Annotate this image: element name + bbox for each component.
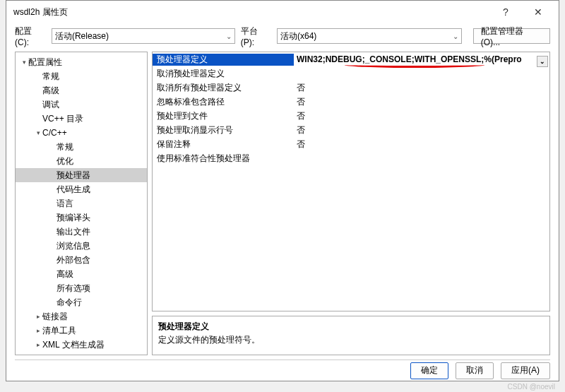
tree-item-label: 链接器 [42,311,68,323]
tree-item[interactable]: 代码生成 [16,182,147,196]
watermark: CSDN @noevil [508,383,555,391]
property-name: 取消所有预处理器定义 [153,82,294,94]
tree-item-label: 语言 [56,198,73,210]
property-value[interactable]: WIN32;NDEBUG;_CONSOLE;WITH_OPENSSL;%(Pre… [294,54,549,64]
tree-view[interactable]: ▾配置属性常规高级调试VC++ 目录▾C/C++常规优化预处理器代码生成语言预编… [15,52,148,355]
expand-collapse-icon[interactable]: ▾ [34,129,42,136]
property-name: 取消预处理器定义 [153,68,294,80]
tree-item[interactable]: 命令行 [16,295,147,309]
config-label: 配置(C): [15,25,46,47]
dropdown-button[interactable]: ⌄ [537,56,548,67]
tree-item[interactable]: ▾C/C++ [16,126,147,140]
dialog-body: ▾配置属性常规高级调试VC++ 目录▾C/C++常规优化预处理器代码生成语言预编… [6,46,559,355]
tree-item-label: XML 文档生成器 [42,339,105,351]
tree-item-label: 高级 [42,85,59,97]
tree-item-label: 优化 [56,155,73,167]
tree-item[interactable]: 调试 [16,97,147,112]
property-name: 忽略标准包含路径 [153,96,294,108]
platform-label: 平台(P): [241,25,271,47]
tree-item-label: 输出文件 [56,226,90,238]
right-pane: 预处理器定义WIN32;NDEBUG;_CONSOLE;WITH_OPENSSL… [152,52,550,355]
property-value[interactable]: 否 [294,96,549,108]
property-page-dialog: wsdl2h 属性页 ? ✕ 配置(C): 活动(Release) ⌄ 平台(P… [6,0,559,381]
property-name: 预处理取消显示行号 [153,124,294,136]
expand-icon[interactable]: ▸ [34,327,42,334]
property-row[interactable]: 取消所有预处理器定义否 [153,81,549,95]
tree-item-label: 常规 [42,71,59,83]
tree-item-label: 配置属性 [28,57,62,69]
tree-item[interactable]: 优化 [16,154,147,168]
tree-item[interactable]: 外部包含 [16,253,147,267]
platform-combo[interactable]: 活动(x64) ⌄ [277,28,462,44]
property-row[interactable]: 预处理器定义WIN32;NDEBUG;_CONSOLE;WITH_OPENSSL… [153,52,549,66]
property-name: 预处理到文件 [153,110,294,122]
tree-item-label: 高级 [56,268,73,280]
tree-item-label: 所有选项 [56,283,90,295]
tree-item[interactable]: ▸XML 文档生成器 [16,338,147,352]
chevron-down-icon: ⌄ [453,32,458,40]
property-value[interactable]: 否 [294,110,549,122]
ok-button[interactable]: 确定 [410,362,448,379]
description-box: 预处理器定义 定义源文件的预处理符号。 [152,316,550,355]
tree-item[interactable]: ▸清单工具 [16,323,147,338]
tree-item-label: VC++ 目录 [42,113,83,125]
property-name: 保留注释 [153,138,294,150]
property-row[interactable]: 使用标准符合性预处理器 [153,151,549,165]
expand-collapse-icon[interactable]: ▾ [20,59,28,66]
apply-button[interactable]: 应用(A) [501,362,550,379]
property-grid[interactable]: 预处理器定义WIN32;NDEBUG;_CONSOLE;WITH_OPENSSL… [152,52,550,311]
tree-item-label: 常规 [56,141,73,153]
tree-item-label: 外部包含 [56,254,90,266]
expand-icon[interactable]: ▸ [34,341,42,348]
titlebar: wsdl2h 属性页 ? ✕ [6,1,559,23]
tree-item[interactable]: 预编译头 [16,210,147,225]
tree-item[interactable]: ▾配置属性 [16,55,147,69]
description-text: 定义源文件的预处理符号。 [158,334,544,346]
property-value[interactable]: 否 [294,124,549,136]
tree-item-label: 浏览信息 [56,240,90,252]
config-value: 活动(Release) [55,30,109,42]
close-button[interactable]: ✕ [522,1,554,23]
tree-item[interactable]: 常规 [16,140,147,154]
tree-item-label: 代码生成 [56,184,90,196]
description-title: 预处理器定义 [158,321,544,333]
help-button[interactable]: ? [489,1,522,23]
platform-value: 活动(x64) [280,30,316,42]
property-row[interactable]: 预处理取消显示行号否 [153,123,549,137]
window-title: wsdl2h 属性页 [13,6,489,18]
tree-item[interactable]: 输出文件 [16,225,147,239]
chevron-down-icon: ⌄ [226,32,232,40]
tree-item[interactable]: ▸链接器 [16,309,147,323]
tree-item-label: 清单工具 [42,325,76,337]
tree-item[interactable]: 高级 [16,267,147,281]
tree-item[interactable]: 常规 [16,69,147,83]
tree-item-label: 预编译头 [56,212,90,224]
property-row[interactable]: 保留注释否 [153,137,549,151]
tree-item[interactable]: 预处理器 [16,168,147,182]
toolbar: 配置(C): 活动(Release) ⌄ 平台(P): 活动(x64) ⌄ 配置… [6,23,559,46]
property-name: 预处理器定义 [153,54,294,66]
config-combo[interactable]: 活动(Release) ⌄ [52,28,235,44]
tree-item-label: 调试 [42,99,59,111]
property-name: 使用标准符合性预处理器 [153,153,294,165]
footer: 确定 取消 应用(A) [6,360,559,381]
tree-item-label: 预处理器 [56,170,90,182]
property-value[interactable]: 否 [294,82,549,94]
property-value[interactable]: 否 [294,138,549,150]
tree-item[interactable]: 语言 [16,196,147,210]
tree-item[interactable]: VC++ 目录 [16,112,147,126]
config-manager-button[interactable]: 配置管理器(O)... [473,28,550,44]
property-row[interactable]: 忽略标准包含路径否 [153,95,549,109]
tree-item-label: C/C++ [42,128,67,138]
tree-item[interactable]: 高级 [16,83,147,97]
tree-item-label: 命令行 [56,297,82,309]
config-manager-label: 配置管理器(O)... [481,25,542,47]
tree-item[interactable]: 所有选项 [16,281,147,295]
expand-icon[interactable]: ▸ [34,313,42,320]
tree-item[interactable]: 浏览信息 [16,239,147,253]
cancel-button[interactable]: 取消 [456,362,494,379]
property-row[interactable]: 取消预处理器定义 [153,66,549,81]
property-row[interactable]: 预处理到文件否 [153,109,549,123]
